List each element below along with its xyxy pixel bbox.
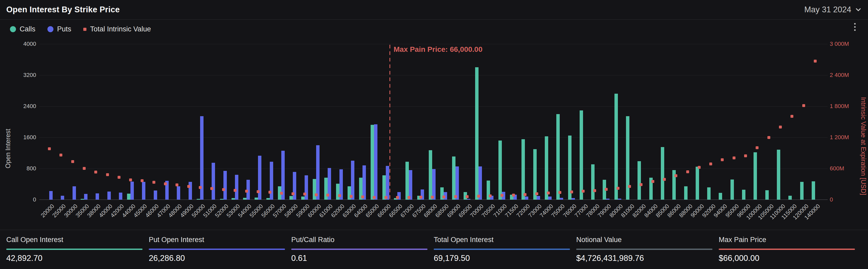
call-bar-72000[interactable] bbox=[522, 139, 525, 200]
put-bar-42000[interactable] bbox=[119, 193, 122, 200]
intrinsic-value-marker-90000[interactable] bbox=[698, 166, 701, 169]
call-bar-52000[interactable] bbox=[220, 199, 223, 200]
put-bar-59000[interactable] bbox=[305, 175, 308, 200]
intrinsic-value-marker-69000[interactable] bbox=[454, 195, 457, 198]
put-bar-76000[interactable] bbox=[571, 198, 575, 200]
call-bar-50000[interactable] bbox=[197, 199, 200, 200]
call-bar-73000[interactable] bbox=[533, 149, 537, 200]
put-bar-69500[interactable] bbox=[467, 199, 470, 200]
call-bar-100000[interactable] bbox=[753, 152, 757, 200]
chart-menu-kebab-icon[interactable] bbox=[850, 21, 860, 33]
intrinsic-value-marker-75000[interactable] bbox=[558, 191, 561, 194]
call-bar-35000[interactable] bbox=[81, 199, 84, 200]
intrinsic-value-marker-67500[interactable] bbox=[419, 196, 422, 199]
put-bar-48000[interactable] bbox=[177, 186, 180, 200]
intrinsic-value-marker-61000[interactable] bbox=[327, 194, 329, 197]
intrinsic-value-marker-73000[interactable] bbox=[535, 192, 538, 195]
intrinsic-value-marker-56000[interactable] bbox=[269, 191, 271, 194]
call-bar-77000[interactable] bbox=[580, 110, 583, 200]
call-bar-60000[interactable] bbox=[313, 179, 316, 200]
put-bar-75000[interactable] bbox=[560, 198, 563, 200]
put-bar-51000[interactable] bbox=[212, 163, 215, 200]
intrinsic-value-marker-54000[interactable] bbox=[245, 190, 248, 193]
call-bar-80000[interactable] bbox=[615, 94, 618, 200]
legend-item-intrinsic-value[interactable]: Total Intrinsic Value bbox=[83, 25, 151, 33]
call-bar-75000[interactable] bbox=[556, 114, 560, 200]
intrinsic-value-marker-82000[interactable] bbox=[640, 183, 643, 186]
put-bar-45000[interactable] bbox=[142, 182, 145, 200]
call-bar-88000[interactable] bbox=[684, 186, 687, 200]
call-bar-120000[interactable] bbox=[800, 182, 804, 200]
put-bar-44000[interactable] bbox=[130, 181, 134, 200]
intrinsic-value-marker-40000[interactable] bbox=[106, 173, 109, 176]
intrinsic-value-marker-62000[interactable] bbox=[338, 194, 341, 197]
intrinsic-value-marker-96000[interactable] bbox=[744, 155, 747, 157]
put-bar-46000[interactable] bbox=[154, 191, 157, 200]
call-bar-70000[interactable] bbox=[475, 67, 478, 200]
intrinsic-value-marker-49000[interactable] bbox=[187, 185, 190, 188]
intrinsic-value-marker-46000[interactable] bbox=[152, 181, 155, 184]
intrinsic-value-marker-45000[interactable] bbox=[141, 179, 144, 182]
intrinsic-value-marker-140000[interactable] bbox=[814, 60, 817, 63]
call-bar-94000[interactable] bbox=[719, 193, 722, 200]
legend-item-calls[interactable]: Calls bbox=[10, 25, 35, 33]
put-bar-66000[interactable] bbox=[386, 166, 389, 200]
intrinsic-value-marker-20000[interactable] bbox=[48, 147, 51, 150]
put-bar-52000[interactable] bbox=[223, 171, 227, 200]
put-bar-68000[interactable] bbox=[432, 169, 436, 200]
intrinsic-value-marker-120000[interactable] bbox=[802, 104, 805, 107]
put-bar-58000[interactable] bbox=[293, 172, 296, 200]
call-bar-78000[interactable] bbox=[591, 164, 594, 200]
intrinsic-value-marker-80000[interactable] bbox=[617, 187, 619, 190]
intrinsic-value-marker-84000[interactable] bbox=[651, 180, 654, 183]
intrinsic-value-marker-92000[interactable] bbox=[709, 163, 712, 165]
intrinsic-value-marker-71000[interactable] bbox=[500, 194, 503, 197]
call-bar-68000[interactable] bbox=[429, 150, 432, 200]
call-bar-110000[interactable] bbox=[777, 150, 780, 200]
intrinsic-value-marker-47000[interactable] bbox=[164, 182, 167, 185]
intrinsic-value-marker-52000[interactable] bbox=[222, 188, 225, 191]
call-bar-95000[interactable] bbox=[731, 179, 734, 200]
intrinsic-value-marker-74000[interactable] bbox=[547, 192, 550, 194]
call-bar-67000[interactable] bbox=[405, 162, 409, 200]
put-bar-20000[interactable] bbox=[49, 191, 53, 200]
intrinsic-value-marker-66500[interactable] bbox=[396, 196, 399, 199]
intrinsic-value-marker-60000[interactable] bbox=[315, 193, 318, 196]
put-bar-40000[interactable] bbox=[107, 192, 111, 200]
intrinsic-value-marker-86000[interactable] bbox=[675, 174, 677, 177]
legend-item-puts[interactable]: Puts bbox=[48, 25, 71, 33]
intrinsic-value-marker-100000[interactable] bbox=[756, 146, 758, 149]
intrinsic-value-marker-110000[interactable] bbox=[779, 126, 782, 129]
call-bar-54000[interactable] bbox=[243, 198, 246, 200]
call-bar-53000[interactable] bbox=[231, 198, 235, 200]
call-bar-76000[interactable] bbox=[568, 136, 571, 200]
intrinsic-value-marker-81000[interactable] bbox=[628, 185, 631, 188]
intrinsic-value-marker-105000[interactable] bbox=[768, 136, 770, 139]
intrinsic-value-marker-78000[interactable] bbox=[593, 189, 596, 192]
put-bar-79000[interactable] bbox=[606, 199, 610, 200]
call-bar-71000[interactable] bbox=[498, 140, 502, 200]
intrinsic-value-marker-77000[interactable] bbox=[582, 190, 585, 193]
intrinsic-value-marker-95000[interactable] bbox=[733, 157, 736, 159]
call-bar-96000[interactable] bbox=[742, 190, 745, 200]
intrinsic-value-marker-70000[interactable] bbox=[477, 195, 480, 198]
call-bar-85000[interactable] bbox=[661, 147, 664, 200]
intrinsic-value-marker-53000[interactable] bbox=[234, 189, 237, 192]
intrinsic-value-marker-68000[interactable] bbox=[431, 196, 434, 199]
call-bar-58000[interactable] bbox=[289, 196, 293, 200]
call-bar-115000[interactable] bbox=[788, 196, 792, 200]
call-bar-55000[interactable] bbox=[255, 198, 258, 200]
intrinsic-value-marker-57000[interactable] bbox=[280, 192, 283, 195]
intrinsic-value-marker-50000[interactable] bbox=[199, 186, 202, 189]
put-bar-53000[interactable] bbox=[235, 175, 238, 200]
intrinsic-value-marker-66000[interactable] bbox=[384, 196, 388, 199]
intrinsic-value-marker-58000[interactable] bbox=[291, 192, 294, 195]
intrinsic-value-marker-51000[interactable] bbox=[210, 187, 213, 190]
put-bar-25000[interactable] bbox=[61, 196, 64, 200]
put-bar-72000[interactable] bbox=[525, 197, 528, 200]
intrinsic-value-marker-38000[interactable] bbox=[94, 171, 97, 173]
call-bar-105000[interactable] bbox=[765, 190, 769, 200]
intrinsic-value-marker-85000[interactable] bbox=[663, 178, 666, 181]
call-bar-62000[interactable] bbox=[336, 184, 339, 200]
put-bar-60000[interactable] bbox=[316, 145, 319, 200]
